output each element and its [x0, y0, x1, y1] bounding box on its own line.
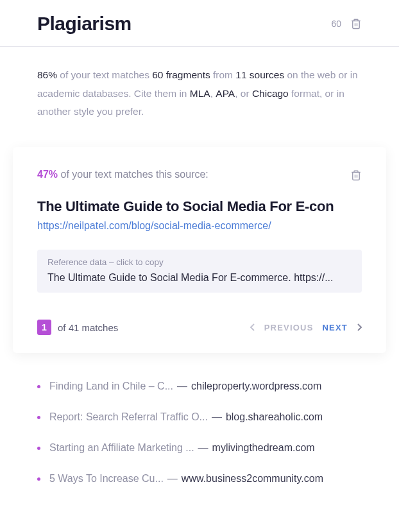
reference-text: The Ultimate Guide to Social Media For E… [47, 272, 352, 284]
trash-icon[interactable] [350, 169, 362, 182]
match-line: 47% of your text matches this source: [37, 169, 208, 180]
list-item[interactable]: Starting an Affiliate Marketing ... — my… [37, 433, 362, 463]
list-item-domain: blog.shareaholic.com [226, 411, 323, 423]
list-item-title: Starting an Affiliate Marketing ... [49, 442, 194, 454]
bullet-icon [37, 447, 40, 450]
list-item-title: Finding Land in Chile – C... [49, 381, 173, 392]
list-item[interactable]: Finding Land in Chile – C... — chileprop… [37, 371, 362, 402]
reference-label: Reference data – click to copy [47, 257, 352, 267]
page-title: Plagiarism [37, 13, 132, 35]
pager-total: of 41 matches [58, 322, 118, 333]
list-item-sep: — [212, 411, 222, 423]
summary-text: 86% of your text matches 60 fragments fr… [0, 47, 399, 147]
list-item-domain: chileproperty.wordpress.com [191, 381, 321, 392]
chevron-left-icon[interactable] [250, 323, 255, 331]
trash-icon[interactable] [350, 17, 362, 30]
list-item-sep: — [177, 381, 187, 392]
summary-fragments: 60 fragments [152, 69, 210, 80]
list-item-domain: mylivingthedream.com [212, 442, 315, 454]
summary-pct: 86% [37, 69, 57, 80]
bullet-icon [37, 477, 40, 481]
list-item-sep: — [167, 473, 178, 485]
source-url[interactable]: https://neilpatel.com/blog/social-media-… [37, 220, 362, 232]
list-item-sep: — [198, 442, 208, 454]
pager-current-badge: 1 [37, 320, 51, 335]
list-item-title: 5 Ways To Increase Cu... [49, 473, 164, 485]
fragment-count: 60 [331, 19, 341, 29]
list-item-domain: www.business2community.com [182, 473, 323, 485]
match-pct: 47% [37, 169, 58, 180]
next-button[interactable]: NEXT [323, 323, 348, 332]
summary-sources: 11 sources [235, 69, 284, 80]
list-item[interactable]: 5 Ways To Increase Cu... — www.business2… [37, 463, 362, 494]
previous-button[interactable]: PREVIOUS [264, 323, 314, 332]
source-title: The Ultimate Guide to Social Media For E… [37, 198, 362, 215]
style-apa[interactable]: APA [216, 88, 235, 99]
list-item[interactable]: Report: Search Referral Traffic O... — b… [37, 402, 362, 433]
other-sources-list: Finding Land in Chile – C... — chileprop… [0, 353, 399, 494]
bullet-icon [37, 416, 40, 419]
reference-copy-box[interactable]: Reference data – click to copy The Ultim… [37, 250, 362, 293]
bullet-icon [37, 385, 40, 388]
list-item-title: Report: Search Referral Traffic O... [49, 411, 208, 423]
chevron-right-icon[interactable] [357, 323, 362, 331]
source-card: 47% of your text matches this source: Th… [13, 147, 386, 353]
style-mla[interactable]: MLA [190, 88, 210, 99]
style-chicago[interactable]: Chicago [252, 88, 289, 99]
